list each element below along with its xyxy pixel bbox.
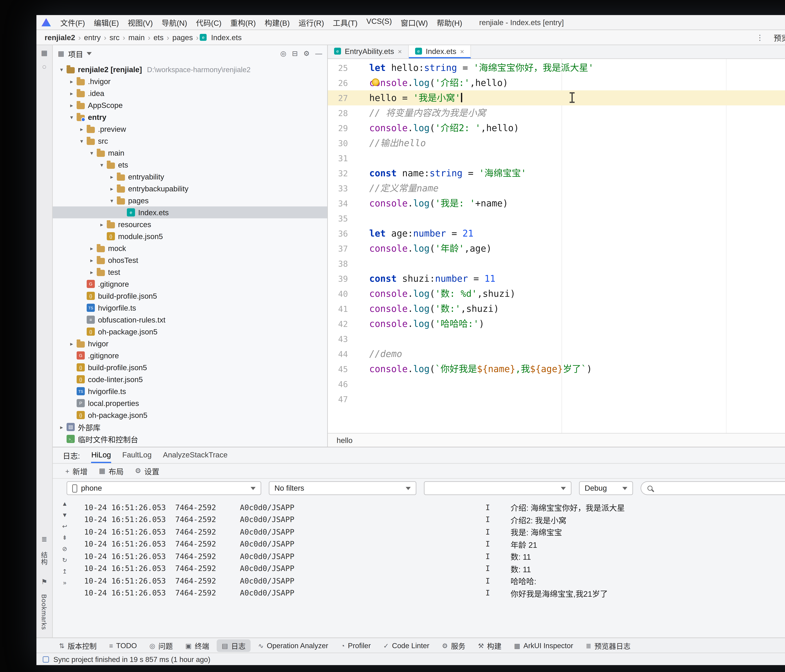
tree-item-.hvigor[interactable]: ▸.hvigor <box>53 75 327 87</box>
tree-item-ets[interactable]: ▾ets <box>53 159 327 171</box>
logs-icon[interactable]: ▤ <box>222 642 228 649</box>
chevron-down-icon[interactable]: ▾ <box>88 150 95 156</box>
chevron-right-icon[interactable]: ▸ <box>108 186 116 192</box>
code-line-36[interactable]: 36let age:number = 21 <box>328 226 785 241</box>
menu-item[interactable]: 重构(R) <box>226 17 260 28</box>
commit-icon[interactable]: ◌ <box>42 63 46 70</box>
tree-item-appscope[interactable]: ▸AppScope <box>53 99 327 111</box>
log-row[interactable]: 10-24 16:51:26.0537464-2592A0c0d0/JSAPPI… <box>84 538 785 550</box>
chevron-down-icon[interactable] <box>87 52 92 55</box>
breadcrumb-item[interactable]: ets <box>152 33 166 42</box>
tool-window-button-预览器日志[interactable]: ≣预览器日志 <box>581 639 635 652</box>
clear-icon[interactable]: ⊘ <box>62 545 67 552</box>
plus-icon[interactable]: + <box>65 467 69 475</box>
code-line-47[interactable]: 47 <box>328 391 785 407</box>
services-icon[interactable]: ⚙ <box>442 642 448 649</box>
log-row[interactable]: 10-24 16:51:26.0537464-2592A0c0d0/JSAPPI… <box>84 575 785 587</box>
log-row[interactable]: 10-24 16:51:26.0537464-2592A0c0d0/JSAPPI… <box>84 587 785 599</box>
scroll-up-icon[interactable]: ▲ <box>62 500 68 507</box>
chevron-right-icon[interactable]: ▸ <box>88 245 95 251</box>
tree-item-main[interactable]: ▾main <box>53 147 327 159</box>
chevron-right-icon[interactable]: ▸ <box>108 173 116 180</box>
tool-window-button-服务[interactable]: ⚙服务 <box>437 639 471 652</box>
code-line-43[interactable]: 43 <box>328 331 785 346</box>
tool-strip-tab-结构[interactable]: ≣结构 <box>39 535 49 565</box>
log-action-新增[interactable]: +新增 <box>65 466 88 476</box>
scroll-down-icon[interactable]: ▼ <box>62 511 68 518</box>
tool-window-button-profiler[interactable]: ◔Profiler <box>336 640 376 650</box>
code-line-25[interactable]: 25let hello:string = '海绵宝宝你好，我是派大星' <box>328 60 785 75</box>
code-line-42[interactable]: 42console.log('哈哈哈:') <box>328 316 785 331</box>
tool-window-button-operation-analyzer[interactable]: ∿Operation Analyzer <box>253 640 333 650</box>
tool-window-button-构建[interactable]: ⚒构建 <box>473 639 507 652</box>
tree-item-.preview[interactable]: ▸.preview <box>53 123 327 135</box>
code-line-45[interactable]: 45console.log(`你好我是${name},我${age}岁了`) <box>328 362 785 376</box>
chevron-right-icon[interactable]: ▸ <box>58 424 65 430</box>
tree-item--[interactable]: ▸外部库 <box>53 421 327 433</box>
chevron-down-icon[interactable]: ▾ <box>98 162 105 168</box>
log-tab-hilog[interactable]: HiLog <box>91 447 111 463</box>
arkui-inspector-icon[interactable]: ▦ <box>514 642 520 649</box>
menu-item[interactable]: 文件(F) <box>56 17 89 28</box>
operation-analyzer-icon[interactable]: ∿ <box>258 642 264 649</box>
event-log-icon[interactable] <box>43 656 49 662</box>
profiler-icon[interactable]: ◔ <box>341 642 345 649</box>
code-line-46[interactable]: 46 <box>328 376 785 391</box>
chevron-right-icon[interactable]: ▸ <box>98 221 105 228</box>
tool-window-button-终端[interactable]: ▣终端 <box>180 639 214 652</box>
menu-item[interactable]: 帮助(H) <box>432 17 467 28</box>
tree-item-module.json5[interactable]: module.json5 <box>53 230 327 242</box>
structure-icon[interactable]: ≣ <box>41 535 47 543</box>
previewer-log-icon[interactable]: ≣ <box>586 642 591 649</box>
terminal-icon[interactable]: ▣ <box>185 642 192 649</box>
code-line-26[interactable]: 26console.log('介绍:',hello) <box>328 75 785 90</box>
log-tab-analyzestacktrace[interactable]: AnalyzeStackTrace <box>163 447 228 463</box>
log-row[interactable]: 10-24 16:51:26.0537464-2592A0c0d0/JSAPPI… <box>84 501 785 514</box>
code-line-27[interactable]: 27hello = '我是小窝' <box>328 90 785 105</box>
tree-item-entry[interactable]: ▾entry <box>53 111 327 123</box>
chevron-right-icon[interactable]: ▸ <box>68 102 75 108</box>
code-line-34[interactable]: 34console.log('我是: '+name) <box>328 196 785 211</box>
chevron-down-icon[interactable]: ▾ <box>68 114 75 120</box>
menu-item[interactable]: 构建(B) <box>260 17 294 28</box>
code-line-28[interactable]: 28// 将变量内容改为我是小窝 <box>328 105 785 120</box>
tree-item--[interactable]: 临时文件和控制台 <box>53 433 327 445</box>
device-select[interactable]: phone <box>67 481 261 495</box>
soft-wrap-icon[interactable]: ↩ <box>62 523 67 530</box>
restart-icon[interactable]: ↻ <box>62 557 67 563</box>
tree-item-hvigorfile.ts[interactable]: hvigorfile.ts <box>53 385 327 397</box>
custom-filter-select[interactable] <box>424 481 571 495</box>
menu-item[interactable]: 窗口(W) <box>396 17 432 28</box>
layout-icon[interactable]: ▦ <box>99 467 105 475</box>
code-linter-icon[interactable]: ✓ <box>383 642 389 649</box>
log-tab-faultlog[interactable]: FaultLog <box>122 447 152 463</box>
hide-icon[interactable]: — <box>315 50 322 57</box>
menu-item[interactable]: 运行(R) <box>294 17 328 28</box>
code-area[interactable]: 25let hello:string = '海绵宝宝你好，我是派大星'26con… <box>328 59 785 433</box>
tree-item-entryability[interactable]: ▸entryability <box>53 171 327 182</box>
chevron-right-icon[interactable]: ▸ <box>68 90 75 96</box>
tree-item-src[interactable]: ▾src <box>53 135 327 147</box>
tree-item-code-linter.json5[interactable]: code-linter.json5 <box>53 373 327 385</box>
tree-item-renjiale2-renjiale-[interactable]: ▾renjiale2 [renjiale]D:\workspace-harmon… <box>53 63 327 75</box>
code-line-29[interactable]: 29console.log('介绍2: ',hello) <box>328 120 785 136</box>
tree-item-mock[interactable]: ▸mock <box>53 242 327 254</box>
log-row[interactable]: 10-24 16:51:26.0537464-2592A0c0d0/JSAPPI… <box>84 514 785 526</box>
bookmarks-icon[interactable]: ⚑ <box>41 578 47 586</box>
menu-item[interactable]: 代码(C) <box>192 17 226 28</box>
kebab-menu-icon[interactable]: ⋮ <box>756 33 764 42</box>
export-icon[interactable]: ↥ <box>62 568 67 575</box>
breadcrumb-item[interactable]: pages <box>170 33 195 42</box>
tree-item-ohostest[interactable]: ▸ohosTest <box>53 254 327 266</box>
breadcrumb-item[interactable]: entry <box>82 33 103 42</box>
breadcrumb-item[interactable]: main <box>127 33 147 42</box>
tool-strip-tab-bookmarks[interactable]: ⚑Bookmarks <box>41 578 48 630</box>
tool-window-button-日志[interactable]: ▤日志 <box>217 639 250 652</box>
log-search-input[interactable] <box>656 484 785 493</box>
version-control-icon[interactable]: ⇅ <box>59 642 64 649</box>
menu-item[interactable]: 导航(N) <box>157 17 192 28</box>
chevron-down-icon[interactable]: ▾ <box>78 138 85 144</box>
tree-item-.gitignore[interactable]: .gitignore <box>53 349 327 362</box>
todo-icon[interactable]: ≡ <box>109 642 113 649</box>
intention-bulb-icon[interactable] <box>372 78 379 86</box>
